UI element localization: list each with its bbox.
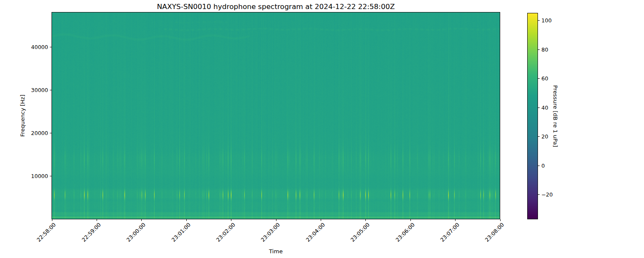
x-tick-label-text: 23:05:00 [349,221,371,243]
x-tick-mark [455,219,456,221]
x-tick-mark [231,219,231,221]
x-axis-label: Time [52,248,500,255]
colorbar-tick-mark [538,166,540,166]
colorbar-gradient-canvas [528,13,538,219]
colorbar-tick-label-text: 0 [541,162,545,169]
spectrogram-heatmap-canvas [52,12,500,219]
colorbar-tick-label: 20 [541,133,548,140]
y-tick-label: 20000 [31,130,48,136]
spectrogram-plot-area [52,12,500,219]
x-tick-mark [97,219,97,221]
x-tick-label-text: 23:06:00 [394,221,416,243]
x-tick-label-text: 23:02:00 [215,221,236,243]
colorbar-tick-label: 60 [541,75,548,82]
colorbar-tick-label-text: 100 [541,17,552,24]
x-tick-mark [365,219,366,221]
colorbar-tick-mark [538,78,540,79]
y-axis-label: Frequency [Hz] [19,95,26,137]
x-tick-mark [52,219,52,221]
colorbar-tick-label: 100 [541,17,552,24]
colorbar-tick-label-text: 20 [541,133,548,140]
x-tick-label-text: 22:58:00 [36,221,57,243]
colorbar-tick-mark [538,194,540,195]
x-tick-label-text: 23:01:00 [170,221,191,243]
colorbar-tick-mark [538,108,540,108]
x-tick-mark [410,219,411,221]
y-tick-mark [50,176,52,176]
x-tick-mark [500,219,501,221]
x-tick-label-text: 23:00:00 [125,221,147,243]
x-tick-label-text: 23:03:00 [260,221,281,243]
y-tick-label-text: 20000 [31,130,48,136]
x-tick-mark [141,219,142,221]
y-tick-label: 10000 [31,173,48,179]
y-tick-label: 40000 [31,43,48,50]
y-tick-mark [50,47,52,47]
y-tick-label-text: 10000 [31,173,48,179]
colorbar-tick-mark [538,49,540,50]
x-tick-mark [276,219,276,221]
colorbar-tick-label: 40 [541,104,548,111]
colorbar [527,13,538,219]
x-tick-label-text: 22:59:00 [80,221,102,243]
x-tick-label-text: 23:07:00 [439,221,460,243]
y-tick-label-text: 30000 [31,86,48,93]
y-tick-mark [50,90,52,90]
colorbar-tick-mark [538,20,540,21]
colorbar-tick-label-text: 80 [541,46,548,52]
x-tick-label-text: 23:04:00 [304,221,326,243]
colorbar-tick-label-text: 60 [541,75,548,82]
colorbar-tick-label: 0 [541,162,545,169]
colorbar-tick-label: 80 [541,46,548,52]
colorbar-tick-label: −20 [541,191,553,198]
y-tick-label: 30000 [31,86,48,93]
colorbar-tick-label-text: 40 [541,104,548,111]
x-tick-label-text: 23:08:00 [484,221,505,243]
spectrogram-figure: NAXYS-SN0010 hydrophone spectrogram at 2… [0,0,644,258]
y-tick-label-text: 40000 [31,43,48,50]
colorbar-tick-label-text: −20 [541,191,553,198]
colorbar-tick-mark [538,136,540,137]
x-tick-mark [186,219,187,221]
chart-title: NAXYS-SN0010 hydrophone spectrogram at 2… [52,3,500,11]
colorbar-label: Pressure [dB re 1 uPa] [552,85,559,147]
y-tick-mark [50,133,52,133]
x-tick-mark [321,219,321,221]
